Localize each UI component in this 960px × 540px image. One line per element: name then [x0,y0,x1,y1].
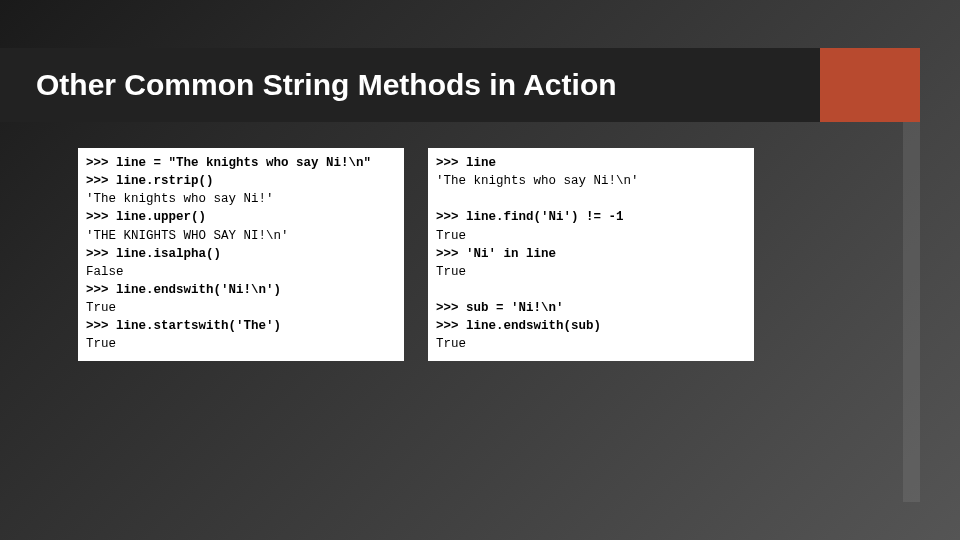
code-line: True [436,229,466,243]
code-box-left: >>> line = "The knights who say Ni!\n" >… [78,148,404,361]
code-line: True [436,337,466,351]
code-line: 'THE KNIGHTS WHO SAY NI!\n' [86,229,289,243]
code-line: >>> line.isalpha() [86,247,221,261]
code-line: 'The knights who say Ni!' [86,192,274,206]
code-line: >>> line.upper() [86,210,206,224]
code-line: >>> line.endswith('Ni!\n') [86,283,281,297]
code-line: >>> line = "The knights who say Ni!\n" [86,156,371,170]
code-left: >>> line = "The knights who say Ni!\n" >… [86,154,394,353]
title-bar: Other Common String Methods in Action [0,48,820,122]
code-line: True [436,265,466,279]
code-line: False [86,265,124,279]
code-right: >>> line 'The knights who say Ni!\n' >>>… [436,154,744,353]
code-line: >>> line.endswith(sub) [436,319,601,333]
code-line: 'The knights who say Ni!\n' [436,174,639,188]
code-line: >>> line.find('Ni') != -1 [436,210,624,224]
right-rail [903,122,920,502]
content-area: >>> line = "The knights who say Ni!\n" >… [78,148,754,361]
code-line: True [86,301,116,315]
code-line: >>> line [436,156,496,170]
code-line: >>> 'Ni' in line [436,247,556,261]
accent-block [820,48,920,122]
code-line: >>> line.startswith('The') [86,319,281,333]
code-line: True [86,337,116,351]
code-box-right: >>> line 'The knights who say Ni!\n' >>>… [428,148,754,361]
slide-title: Other Common String Methods in Action [36,68,617,102]
code-line: >>> line.rstrip() [86,174,214,188]
code-line: >>> sub = 'Ni!\n' [436,301,564,315]
